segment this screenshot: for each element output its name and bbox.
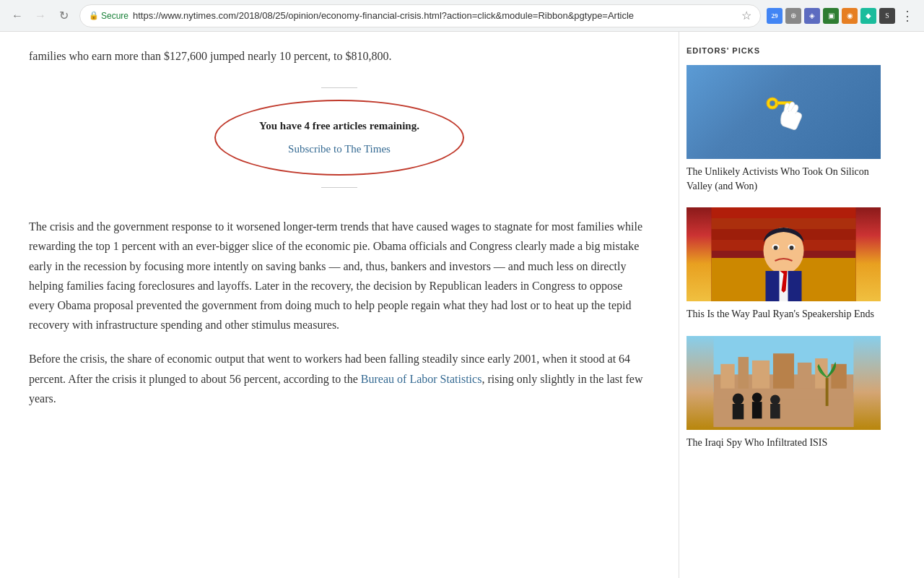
- svg-point-29: [733, 393, 744, 405]
- bureau-labor-statistics-link[interactable]: Bureau of Labor Statistics: [361, 373, 482, 385]
- article-body: families who earn more than $127,600 jum…: [29, 32, 650, 408]
- article-paragraph-2: Before the crisis, the share of economic…: [29, 349, 650, 408]
- subscription-message: You have 4 free articles remaining.: [259, 117, 419, 136]
- sidebar-item-2[interactable]: This Is the Way Paul Ryan's Speakership …: [687, 207, 881, 322]
- svg-rect-21: [720, 364, 734, 389]
- browser-menu-button[interactable]: ⋮: [898, 7, 917, 25]
- svg-point-31: [752, 392, 762, 402]
- subscription-divider-top: [321, 87, 357, 88]
- svg-point-14: [774, 246, 778, 250]
- forward-button[interactable]: →: [30, 6, 51, 26]
- subscription-container: You have 4 free articles remaining. Subs…: [29, 80, 650, 195]
- iraqi-illustration: [692, 336, 875, 427]
- extension-icon-6[interactable]: ◆: [860, 8, 876, 24]
- extension-icon-1[interactable]: 29: [767, 8, 783, 24]
- svg-rect-25: [798, 363, 811, 389]
- subscription-divider-bottom: [321, 187, 357, 188]
- address-bar[interactable]: 🔒 Secure https://www.nytimes.com/2018/08…: [79, 4, 761, 27]
- svg-rect-34: [770, 404, 780, 418]
- svg-point-15: [790, 246, 794, 250]
- article-paragraph-1: The crisis and the government response t…: [29, 217, 650, 335]
- hand-key-illustration: [755, 83, 813, 141]
- svg-rect-23: [752, 361, 770, 389]
- svg-rect-24: [773, 353, 794, 388]
- bookmark-button[interactable]: ☆: [741, 9, 751, 22]
- browser-actions: 29 ⊕ ◈ ▣ ◉ ◆ S ⋮: [767, 7, 917, 25]
- editors-picks-title: EDITORS' PICKS: [687, 46, 881, 55]
- svg-rect-22: [738, 357, 749, 389]
- nav-buttons: ← → ↻: [7, 6, 74, 26]
- sidebar-image-1: [687, 65, 881, 159]
- browser-chrome: ← → ↻ 🔒 Secure https://www.nytimes.com/2…: [0, 0, 924, 32]
- url-text: https://www.nytimes.com/2018/08/25/opini…: [133, 10, 634, 21]
- secure-label: Secure: [101, 11, 128, 21]
- extension-icon-7[interactable]: S: [879, 8, 895, 24]
- subscription-oval: You have 4 free articles remaining. Subs…: [214, 100, 464, 176]
- secure-badge: 🔒 Secure: [89, 11, 128, 21]
- svg-rect-35: [826, 378, 829, 406]
- sidebar: EDITORS' PICKS The Un: [679, 32, 895, 578]
- sidebar-image-2: [687, 207, 881, 301]
- refresh-button[interactable]: ↻: [53, 6, 74, 26]
- extension-icon-4[interactable]: ▣: [823, 8, 839, 24]
- article-main: families who earn more than $127,600 jum…: [0, 32, 679, 578]
- svg-point-33: [770, 394, 780, 405]
- sidebar-item-1[interactable]: The Unlikely Activists Who Took On Silic…: [687, 65, 881, 193]
- back-button[interactable]: ←: [7, 6, 27, 26]
- lock-icon: 🔒: [89, 11, 99, 20]
- svg-rect-8: [712, 218, 856, 229]
- extension-icon-3[interactable]: ◈: [804, 8, 820, 24]
- svg-point-1: [770, 100, 775, 106]
- page-container: families who earn more than $127,600 jum…: [0, 32, 924, 578]
- extension-icon-5[interactable]: ◉: [842, 8, 858, 24]
- subscribe-link[interactable]: Subscribe to The Times: [288, 143, 391, 155]
- svg-rect-7: [712, 207, 856, 218]
- sidebar-item-title-1: The Unlikely Activists Who Took On Silic…: [687, 165, 881, 193]
- sidebar-item-title-2: This Is the Way Paul Ryan's Speakership …: [687, 307, 881, 322]
- svg-rect-30: [733, 404, 744, 419]
- extension-icon-2[interactable]: ⊕: [785, 8, 801, 24]
- sidebar-item-title-3: The Iraqi Spy Who Infiltrated ISIS: [687, 436, 881, 450]
- sidebar-image-3: [687, 336, 881, 430]
- article-opening: families who earn more than $127,600 jum…: [29, 46, 650, 66]
- sidebar-item-3[interactable]: The Iraqi Spy Who Infiltrated ISIS: [687, 336, 881, 450]
- paul-ryan-illustration: [687, 207, 881, 301]
- svg-rect-32: [752, 402, 762, 418]
